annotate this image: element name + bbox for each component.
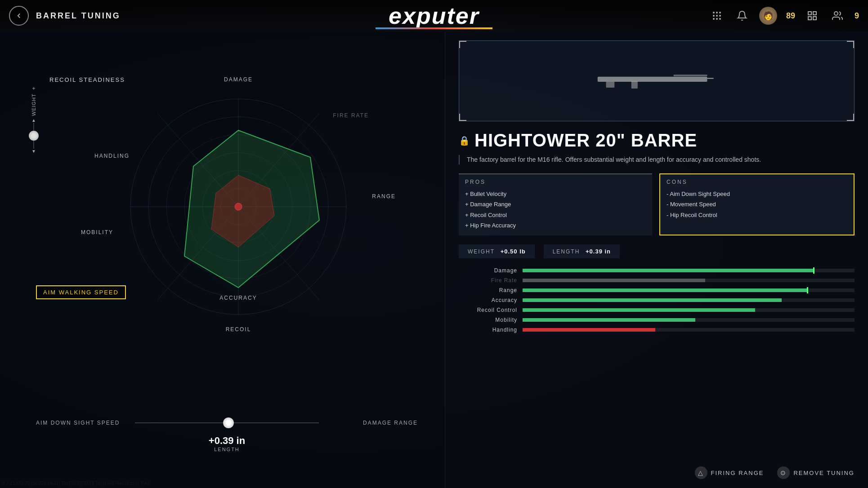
length-label: LENGTH	[36, 447, 418, 452]
slider-track	[33, 123, 34, 149]
firing-range-button[interactable]: △ FIRING RANGE	[695, 466, 764, 479]
bell-icon[interactable]	[734, 8, 750, 24]
stat-row-damage: Damage	[459, 267, 855, 274]
left-panel: RECOIL STEADINESS + WEIGHT ▲ ▼ DAMAGE FI…	[0, 31, 445, 488]
stat-name-firerate: Fire Rate	[459, 277, 517, 284]
stat-row-accuracy: Accuracy	[459, 297, 855, 303]
stat-bar-track-recoil	[523, 308, 855, 312]
stat-bar-marker-range	[807, 287, 808, 293]
menu-icon[interactable]	[709, 8, 725, 24]
tuning-thumb-1	[223, 417, 234, 428]
pros-box: PROS Bullet Velocity Damage Range Recoil…	[459, 173, 652, 235]
length-badge: LENGTH +0.39 in	[544, 244, 620, 258]
stat-bar-track-mobility	[523, 318, 855, 322]
stat-name-recoil: Recoil Control	[459, 307, 517, 313]
cons-item-2: Movement Speed	[667, 199, 847, 209]
corner-tl	[459, 41, 466, 48]
remove-tuning-label: REMOVE TUNING	[793, 470, 855, 476]
svg-rect-10	[813, 12, 816, 15]
radar-label-range: RANGE	[372, 193, 396, 200]
svg-rect-28	[674, 75, 707, 76]
stat-bar-fill-recoil	[523, 308, 755, 312]
cons-item-1: Aim Down Sight Speed	[667, 189, 847, 199]
weight-badge: WEIGHT +0.50 lb	[459, 244, 535, 258]
tuning-slider-1[interactable]	[135, 422, 319, 423]
right-panel: 🔒 HIGHTOWER 20" BARRE The factory barrel…	[445, 31, 868, 488]
stat-name-range: Range	[459, 287, 517, 293]
top-bar: BARREL TUNING exputer 🧑 89	[0, 0, 868, 31]
weapon-preview-box	[459, 40, 855, 121]
length-display: +0.39 in LENGTH	[36, 435, 418, 452]
remove-tuning-icon: ⊙	[777, 466, 790, 479]
firing-range-label: FIRING RANGE	[711, 470, 764, 476]
slider-down-arrow[interactable]: ▼	[31, 149, 36, 154]
length-badge-value: +0.39 in	[586, 248, 611, 255]
pros-item-2: Damage Range	[465, 199, 646, 209]
top-right-nav: 🧑 89 9	[709, 7, 859, 25]
player-count: 9	[855, 11, 859, 21]
weight-plus-label: +	[32, 85, 35, 92]
remove-tuning-button[interactable]: ⊙ REMOVE TUNING	[777, 466, 855, 479]
pros-cons-row: PROS Bullet Velocity Damage Range Recoil…	[459, 173, 855, 235]
tuning-row-1: AIM DOWN SIGHT SPEED DAMAGE RANGE	[36, 420, 418, 426]
weapon-name-row: 🔒 HIGHTOWER 20" BARRE	[459, 130, 855, 151]
stat-bars: Damage Fire Rate Range Accur	[459, 267, 855, 333]
stat-name-handling: Handling	[459, 327, 517, 333]
corner-tr	[847, 41, 854, 48]
lock-icon: 🔒	[459, 135, 470, 146]
svg-rect-12	[808, 17, 811, 20]
weight-label: WEIGHT	[31, 93, 36, 116]
length-value: +0.39 in	[36, 435, 418, 447]
svg-point-13	[834, 12, 838, 15]
corner-bl	[459, 114, 466, 121]
slider-up-arrow[interactable]: ▲	[31, 118, 36, 123]
svg-rect-29	[606, 82, 615, 88]
stat-name-accuracy: Accuracy	[459, 297, 517, 303]
svg-point-8	[719, 18, 721, 20]
stat-row-recoil: Recoil Control	[459, 307, 855, 313]
svg-point-5	[719, 15, 721, 17]
stat-row-range: Range	[459, 287, 855, 293]
logo-text: exputer	[389, 2, 479, 29]
stat-bar-track-damage	[523, 269, 855, 272]
page-title: BARREL TUNING	[36, 11, 121, 21]
stat-bar-track-handling	[523, 328, 855, 332]
svg-rect-11	[813, 17, 816, 20]
stat-bar-fill-mobility	[523, 318, 695, 322]
firing-range-icon: △	[695, 466, 707, 479]
stat-bar-fill-firerate	[523, 279, 705, 282]
svg-point-6	[713, 18, 715, 20]
weight-badge-label: WEIGHT	[468, 248, 495, 255]
user-score: 89	[786, 11, 795, 21]
svg-point-3	[713, 15, 715, 17]
aim-walking-speed-box[interactable]: AIM WALKING SPEED	[36, 285, 126, 299]
stat-row-mobility: Mobility	[459, 317, 855, 323]
stat-bar-track-firerate	[523, 279, 855, 282]
pros-header: PROS	[465, 179, 646, 185]
weapon-description: The factory barrel for the M16 rifle. Of…	[459, 155, 855, 164]
weight-length-row: WEIGHT +0.50 lb LENGTH +0.39 in	[459, 244, 855, 258]
cons-header: CONS	[667, 179, 847, 185]
stat-bar-fill-range	[523, 288, 808, 292]
avatar[interactable]: 🧑	[759, 7, 777, 25]
svg-point-7	[716, 18, 718, 20]
stat-bar-track-accuracy	[523, 298, 855, 302]
slider-thumb	[29, 131, 39, 141]
stat-row-firerate: Fire Rate	[459, 277, 855, 284]
weapon-name: HIGHTOWER 20" BARRE	[474, 130, 697, 151]
settings-icon[interactable]	[804, 8, 820, 24]
footer-actions: △ FIRING RANGE ⊙ REMOVE TUNING	[695, 466, 855, 479]
stat-row-handling: Handling	[459, 327, 855, 333]
svg-point-26	[235, 203, 242, 210]
radar-svg	[103, 85, 373, 337]
svg-rect-9	[808, 12, 811, 15]
pros-item-1: Bullet Velocity	[465, 189, 646, 199]
weight-control: + WEIGHT ▲ ▼	[27, 85, 40, 154]
weapon-silhouette	[589, 67, 724, 94]
stat-bar-marker-damage	[813, 267, 814, 274]
weight-slider[interactable]: ▲ ▼	[27, 118, 40, 154]
back-button[interactable]	[9, 6, 29, 26]
svg-point-2	[719, 12, 721, 13]
stat-bar-track-range	[523, 288, 855, 292]
friends-icon[interactable]	[829, 8, 846, 24]
